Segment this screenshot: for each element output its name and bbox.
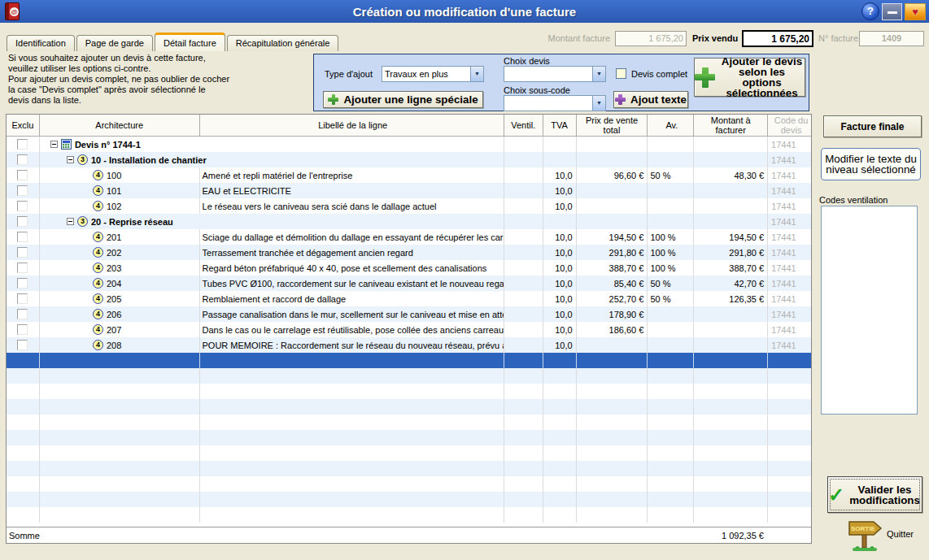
- ventil-cell: [504, 291, 543, 306]
- column-header-mont[interactable]: Montant à facturer: [694, 115, 768, 137]
- collapse-icon[interactable]: [67, 156, 74, 163]
- table-row[interactable]: 320 - Reprise réseau17441: [7, 214, 811, 229]
- column-header-code[interactable]: Code du devis: [768, 115, 811, 137]
- table-row-empty[interactable]: [7, 492, 811, 507]
- ventil-cell: [504, 476, 543, 492]
- column-header-lib[interactable]: Libellé de la ligne: [200, 115, 504, 137]
- modifier-texte-button[interactable]: Modifier le texte du niveau sélectionné: [821, 148, 921, 180]
- close-button[interactable]: ♥: [905, 3, 926, 20]
- table-row[interactable]: 4207Dans le cas ou le carrelage est réut…: [7, 322, 811, 337]
- title-bar: Création ou modification d'une facture ?…: [0, 0, 929, 23]
- table-row[interactable]: 4206Passage canalisation dans le mur, sc…: [7, 306, 811, 322]
- table-row[interactable]: 4204Tubes PVC Ø100, raccordement sur le …: [7, 276, 811, 291]
- table-row[interactable]: 4203Regard béton préfabriqué 40 x 40, po…: [7, 260, 811, 276]
- column-header-arch[interactable]: Architecture: [40, 115, 200, 137]
- exclu-checkbox[interactable]: [17, 216, 28, 227]
- ventil-cell: [504, 198, 543, 214]
- level-4-icon: 4: [93, 324, 103, 335]
- column-header-av[interactable]: Av.: [648, 115, 694, 137]
- table-footer: Somme 1 092,35 €: [7, 527, 811, 543]
- exclu-checkbox[interactable]: [17, 309, 28, 319]
- exclu-checkbox[interactable]: [17, 278, 28, 289]
- table-row[interactable]: 310 - Installation de chantier17441: [7, 152, 811, 167]
- table-row-empty[interactable]: [7, 399, 811, 415]
- prix-cell: 194,50 €: [577, 229, 648, 245]
- instructions-text: Si vous souhaitez ajouter un devis à cet…: [8, 53, 312, 106]
- architecture-cell: 4100: [40, 167, 200, 183]
- facture-finale-button[interactable]: Facture finale: [823, 115, 922, 137]
- collapse-icon[interactable]: [67, 218, 74, 225]
- chevron-down-icon[interactable]: ▼: [592, 96, 605, 111]
- sortie-sign-icon[interactable]: SORTIE: [846, 517, 883, 556]
- minimize-button[interactable]: [882, 3, 902, 20]
- table-row-empty[interactable]: [7, 430, 811, 445]
- tva-cell: [543, 461, 577, 476]
- table-row-empty[interactable]: [7, 368, 811, 384]
- table-row-empty[interactable]: [7, 461, 811, 476]
- table-row-empty[interactable]: [7, 384, 811, 399]
- tab-identification[interactable]: Identification: [7, 35, 75, 51]
- table-row-selected[interactable]: [7, 353, 811, 368]
- help-button[interactable]: ?: [861, 2, 879, 20]
- devis-complet-checkbox[interactable]: [616, 68, 626, 79]
- table-row-empty[interactable]: [7, 415, 811, 430]
- exclu-checkbox[interactable]: [17, 170, 28, 180]
- chevron-down-icon[interactable]: ▼: [592, 67, 605, 81]
- quitter-label[interactable]: Quitter: [887, 529, 914, 539]
- table-header: ExcluArchitectureLibellé de la ligneVent…: [7, 115, 811, 137]
- chevron-down-icon[interactable]: ▼: [470, 67, 483, 81]
- choix-devis-select[interactable]: ▼: [504, 66, 606, 82]
- exclu-checkbox[interactable]: [17, 247, 28, 258]
- table-row[interactable]: 4100Amené et repli matériel de l'entrepr…: [7, 167, 811, 183]
- exclu-cell: [7, 167, 40, 183]
- montant-cell: [694, 137, 768, 152]
- collapse-icon[interactable]: [50, 141, 58, 148]
- tva-cell: [543, 415, 577, 430]
- table-row[interactable]: 4201Sciage du dallage et démolition du d…: [7, 229, 811, 245]
- table-row[interactable]: 4208POUR MEMOIRE : Raccordement sur le r…: [7, 337, 811, 353]
- column-header-tva[interactable]: TVA: [543, 115, 577, 137]
- codes-ventilation-list[interactable]: [821, 206, 918, 415]
- exclu-checkbox[interactable]: [17, 263, 28, 273]
- exclu-checkbox[interactable]: [17, 293, 28, 304]
- choix-sous-code-select[interactable]: ▼: [504, 95, 606, 111]
- column-header-ventil[interactable]: Ventil.: [504, 115, 543, 137]
- montant-cell: [694, 461, 768, 476]
- line-number: 202: [107, 248, 121, 258]
- table-row[interactable]: 4202Terrassement tranchée et dégagement …: [7, 245, 811, 260]
- column-header-exclu[interactable]: Exclu: [7, 115, 40, 137]
- tab-detail-facture[interactable]: Détail facture: [155, 33, 225, 51]
- table-row-empty[interactable]: [7, 476, 811, 492]
- ventil-cell: [504, 461, 543, 476]
- avancement-cell: [648, 214, 694, 229]
- column-header-prix[interactable]: Prix de vente total: [577, 115, 648, 137]
- table-row[interactable]: Devis n° 1744-117441: [7, 137, 811, 152]
- table-row[interactable]: 4205Remblaiement et raccord de dallage10…: [7, 291, 811, 306]
- prix-cell: 186,60 €: [577, 322, 648, 337]
- exclu-checkbox[interactable]: [17, 154, 28, 165]
- tab-recapitulation[interactable]: Récapitulation générale: [227, 35, 339, 51]
- prix-vendu-field[interactable]: 1 675,20: [742, 30, 813, 47]
- table-row[interactable]: 4102Le réseau vers le caniveau sera scié…: [7, 198, 811, 214]
- line-number: 208: [107, 341, 121, 350]
- table-row-empty[interactable]: [7, 507, 811, 523]
- libelle-cell: Sciage du dallage et démolition du dalla…: [200, 229, 504, 245]
- exclu-checkbox[interactable]: [17, 340, 28, 350]
- exclu-checkbox[interactable]: [17, 201, 28, 211]
- code-devis-cell: 17441: [768, 152, 811, 167]
- add-special-line-button[interactable]: Ajouter une ligne spéciale: [323, 91, 483, 108]
- table-row[interactable]: 4101EAU et ELECTRICITE10,017441: [7, 183, 811, 198]
- type-ajout-select[interactable]: Travaux en plus ▼: [382, 66, 484, 82]
- exclu-checkbox[interactable]: [17, 324, 28, 335]
- ventil-cell: [504, 415, 543, 430]
- valider-button[interactable]: ✓ Valider les modifications: [827, 476, 922, 513]
- facture-lines-table: ExcluArchitectureLibellé de la ligneVent…: [6, 114, 812, 544]
- exclu-checkbox[interactable]: [17, 232, 28, 242]
- exclu-checkbox[interactable]: [17, 139, 28, 150]
- add-devis-button[interactable]: Ajouter le devis selon les options sélec…: [694, 58, 805, 97]
- table-row-empty[interactable]: [7, 445, 811, 461]
- exclu-checkbox[interactable]: [17, 185, 28, 196]
- avancement-cell: [648, 368, 694, 384]
- add-text-button[interactable]: Ajout texte: [613, 91, 688, 108]
- tab-page-de-garde[interactable]: Page de garde: [76, 35, 153, 51]
